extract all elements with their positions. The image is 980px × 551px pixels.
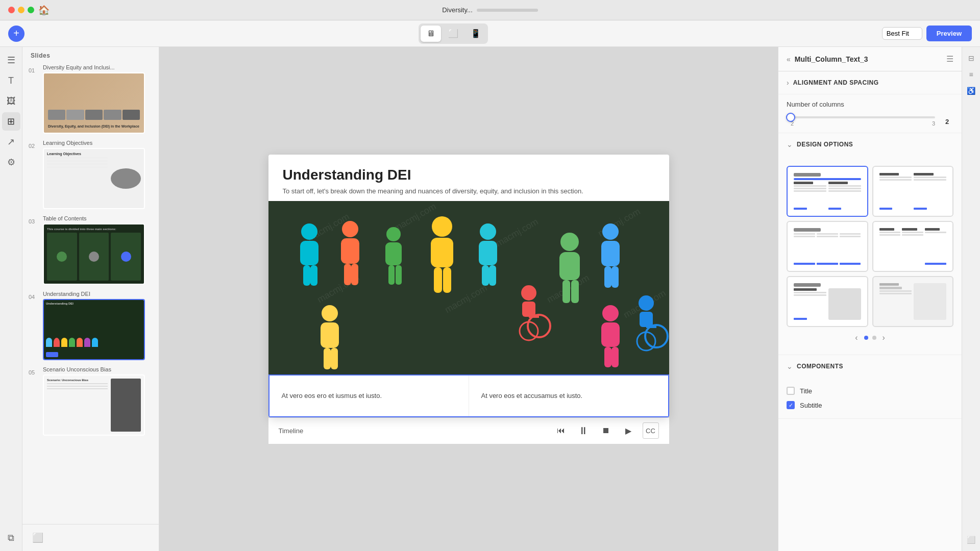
svg-rect-12 [310, 265, 317, 286]
collapse-icon: ⌄ [787, 140, 793, 148]
right-panel: « Multi_Column_Text_3 ☰ › ALIGNMENT AND … [778, 47, 962, 551]
design-pagination: ‹ › [787, 331, 953, 344]
media-icon[interactable]: 🖼 [2, 92, 20, 110]
slide-label: Diversity Equity and Inclusi... [43, 64, 153, 70]
sidebar-header: Slides [22, 47, 159, 64]
design-card-2[interactable] [872, 166, 954, 217]
svg-point-21 [432, 216, 452, 237]
design-card-4[interactable] [872, 221, 954, 272]
mobile-view-button[interactable]: 📱 [465, 26, 486, 42]
prev-page-button[interactable]: ‹ [853, 331, 860, 344]
settings-icon[interactable]: ⚙ [2, 153, 20, 171]
captions-button[interactable]: CC [643, 422, 659, 439]
design-options-section: ⌄ DESIGN OPTIONS [778, 133, 962, 355]
component-subtitle: ✓ Subtitle [787, 398, 953, 412]
svg-rect-22 [431, 238, 453, 267]
svg-rect-43 [321, 322, 339, 348]
svg-rect-49 [611, 347, 619, 367]
slide-label: Table of Contents [43, 215, 153, 221]
text-columns: At vero eos ero et iusmus et iusto. At v… [268, 374, 669, 417]
panel-back-icon[interactable]: « [787, 55, 791, 63]
slide-svg: macmj.com macmj.com macmj.com macmj.com … [268, 201, 669, 374]
design-card-3[interactable] [787, 221, 868, 272]
add-button[interactable]: + [8, 26, 24, 42]
list-item[interactable]: 02 Learning Objectives Learning Objectiv… [29, 140, 153, 209]
next-page-button[interactable]: › [880, 331, 887, 344]
panel-menu-icon[interactable]: ☰ [946, 54, 953, 64]
slide-thumbnail[interactable]: This course is divided into three main s… [43, 223, 145, 285]
text-icon[interactable]: T [2, 71, 20, 90]
notes-icon[interactable]: ⬜ [964, 533, 978, 547]
col2-text: At vero eos et accusamus et iusto. [481, 392, 583, 399]
preview-button[interactable]: Preview [926, 26, 972, 41]
svg-rect-15 [344, 264, 351, 285]
alignment-spacing-header[interactable]: › ALIGNMENT AND SPACING [778, 71, 962, 94]
design-options-body: ‹ › [778, 156, 962, 355]
svg-rect-51 [640, 312, 653, 327]
page-dot-2[interactable] [872, 336, 876, 340]
panel-title-text: Multi_Column_Text_3 [795, 55, 942, 63]
maximize-button[interactable] [28, 7, 34, 13]
variables-icon[interactable]: ≡ [964, 67, 978, 82]
play-button[interactable]: ▶ [620, 422, 636, 439]
toolbar-left: + [8, 26, 24, 42]
svg-rect-27 [482, 265, 489, 286]
slide-number: 03 [29, 218, 39, 224]
components-header[interactable]: ⌄ COMPONENTS [778, 355, 962, 378]
slides-sidebar: Slides 01 Diversity Equity and Inclusi..… [22, 47, 159, 551]
rewind-button[interactable]: ⏮ [553, 422, 569, 439]
left-icon-rail: ☰ T 🖼 ⊞ ↗ ⚙ ⧉ [0, 47, 22, 551]
view-switcher: 🖥 ⬜ 📱 [419, 23, 488, 44]
expand-icon: › [787, 79, 789, 87]
slide-thumbnail[interactable]: Diversity, Equity, and Inclusion (DEI) i… [43, 72, 145, 134]
slider-track [791, 116, 935, 118]
columns-value: 2 [945, 118, 953, 126]
pause-button[interactable]: ⏸ [575, 422, 592, 439]
slide-thumbnail[interactable]: Understanding DEI [43, 299, 145, 360]
design-card-1[interactable] [787, 166, 868, 217]
toolbar: + 🖥 ⬜ 📱 Best Fit Preview [0, 20, 980, 47]
text-column-1[interactable]: At vero eos ero et iusmus et iusto. [270, 375, 469, 416]
page-dot-1[interactable] [864, 336, 868, 340]
title-progress [477, 9, 538, 12]
interactions-icon[interactable]: ↗ [2, 133, 20, 151]
slides-list: 01 Diversity Equity and Inclusi... [22, 64, 159, 524]
desktop-view-button[interactable]: 🖥 [421, 26, 441, 42]
title-component-label: Title [800, 387, 812, 395]
svg-rect-26 [479, 241, 497, 265]
expand-icon[interactable]: ⬜ [29, 529, 47, 547]
slide-thumbnail[interactable]: Scenario: Unconscious Bias [43, 374, 145, 436]
tablet-view-button[interactable]: ⬜ [443, 26, 463, 42]
components-icon[interactable]: ⊞ [2, 112, 20, 131]
fit-select[interactable]: Best Fit [882, 27, 922, 40]
minimize-button[interactable] [18, 7, 24, 13]
slide-thumbnail[interactable]: Learning Objectives [43, 148, 145, 209]
close-button[interactable] [8, 7, 15, 13]
accessibility-icon[interactable]: ♿ [964, 84, 978, 98]
properties-icon[interactable]: ⊟ [964, 51, 978, 65]
layers-icon[interactable]: ⧉ [2, 529, 20, 547]
svg-rect-24 [443, 267, 451, 293]
text-column-2[interactable]: At vero eos et accusamus et iusto. [469, 375, 668, 416]
subtitle-checkbox[interactable]: ✓ [787, 401, 795, 409]
list-item[interactable]: 04 Understanding DEI Understanding DEI [29, 291, 153, 360]
panel-header: « Multi_Column_Text_3 ☰ [778, 47, 962, 71]
subtitle-component-label: Subtitle [800, 402, 822, 409]
list-item[interactable]: 05 Scenario Unconscious Bias Scenario: U… [29, 366, 153, 436]
component-title: Title [787, 384, 953, 398]
list-item[interactable]: 01 Diversity Equity and Inclusi... [29, 64, 153, 134]
slides-icon[interactable]: ☰ [2, 51, 20, 69]
design-card-5[interactable] [787, 276, 868, 327]
svg-rect-16 [351, 264, 358, 285]
slider-thumb[interactable] [786, 113, 795, 122]
list-item[interactable]: 03 Table of Contents This course is divi… [29, 215, 153, 285]
slide-subtitle-text: To start off, let's break down the meani… [283, 187, 655, 195]
slide-label: Learning Objectives [43, 140, 153, 146]
slide-header-area: Understanding DEI To start off, let's br… [268, 155, 669, 201]
design-options-header[interactable]: ⌄ DESIGN OPTIONS [778, 133, 962, 156]
design-card-6[interactable] [872, 276, 954, 327]
home-icon[interactable]: 🏠 [38, 5, 50, 16]
timeline-controls: ⏮ ⏸ ⏹ ▶ CC [553, 422, 659, 439]
title-checkbox[interactable] [787, 387, 795, 395]
stop-button[interactable]: ⏹ [598, 422, 614, 439]
